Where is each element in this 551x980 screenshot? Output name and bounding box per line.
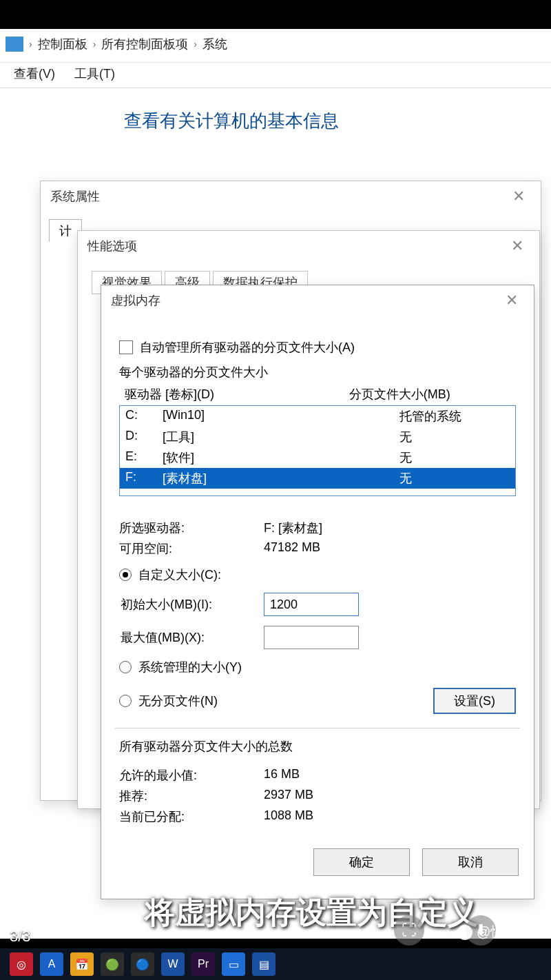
dialog-title: 虚拟内存 xyxy=(111,292,160,309)
chevron-right-icon: › xyxy=(29,39,32,50)
set-button[interactable]: 设置(S) xyxy=(433,688,516,714)
drive-page-size: 无 xyxy=(399,429,510,445)
watermark: @快乐m1 xyxy=(457,923,537,941)
selected-drive-value: F: [素材盘] xyxy=(264,520,322,536)
drive-page-size: 无 xyxy=(399,470,510,487)
max-size-input[interactable] xyxy=(264,626,359,649)
close-icon[interactable]: ✕ xyxy=(505,236,530,256)
close-icon[interactable]: ✕ xyxy=(499,291,524,310)
drive-page-size: 无 xyxy=(399,449,510,466)
menubar: 查看(V) 工具(T) xyxy=(0,63,551,88)
taskbar-app-1-icon[interactable]: ◎ xyxy=(10,952,33,976)
drive-page-size: 托管的系统 xyxy=(399,408,510,425)
scan-icon[interactable]: ⛶ xyxy=(394,915,424,946)
drive-row[interactable]: F:[素材盘]无 xyxy=(120,468,515,489)
taskbar-app-8-icon[interactable]: ▭ xyxy=(222,952,245,976)
min-allowed-label: 允许的最小值: xyxy=(119,767,264,784)
taskbar-premiere-icon[interactable]: Pr xyxy=(191,952,215,976)
drive-label: [软件] xyxy=(163,449,399,466)
system-managed-label: 系统管理的大小(Y) xyxy=(138,659,242,675)
paw-icon xyxy=(457,925,472,940)
divider xyxy=(115,728,520,728)
taskbar-chrome-2-icon[interactable]: 🔵 xyxy=(131,952,154,976)
column-drive-header: 驱动器 [卷标](D) xyxy=(121,386,349,402)
auto-manage-label: 自动管理所有驱动器的分页文件大小(A) xyxy=(140,339,355,356)
breadcrumb-item[interactable]: 系统 xyxy=(202,36,227,52)
max-size-label: 最大值(MB)(X): xyxy=(121,629,256,646)
drive-row[interactable]: E:[软件]无 xyxy=(120,447,515,468)
totals-heading: 所有驱动器分页文件大小的总数 xyxy=(119,738,516,755)
breadcrumb-item[interactable]: 所有控制面板项 xyxy=(101,36,188,52)
drive-label: [工具] xyxy=(163,429,399,445)
menu-view[interactable]: 查看(V) xyxy=(14,65,55,82)
breadcrumb-item[interactable]: 控制面板 xyxy=(38,36,87,52)
drive-row[interactable]: C:[Win10]托管的系统 xyxy=(120,406,515,427)
custom-size-label: 自定义大小(C): xyxy=(138,566,221,583)
free-space-label: 可用空间: xyxy=(119,540,264,557)
dialog-title: 系统属性 xyxy=(50,188,100,205)
ok-button[interactable]: 确定 xyxy=(313,848,410,876)
drive-listbox[interactable]: C:[Win10]托管的系统D:[工具]无E:[软件]无F:[素材盘]无 xyxy=(119,405,516,496)
chevron-right-icon: › xyxy=(194,39,197,50)
dialog-title: 性能选项 xyxy=(87,238,137,254)
chevron-right-icon: › xyxy=(93,39,96,50)
taskbar-word-icon[interactable]: W xyxy=(161,952,185,976)
virtual-memory-dialog: 虚拟内存 ✕ 自动管理所有驱动器的分页文件大小(A) 每个驱动器的分页文件大小 … xyxy=(101,285,534,899)
breadcrumb: › 控制面板 › 所有控制面板项 › 系统 xyxy=(0,29,551,63)
recommended-value: 2937 MB xyxy=(264,788,313,804)
initial-size-input[interactable] xyxy=(264,593,359,616)
drive-letter: F: xyxy=(125,470,163,487)
no-paging-file-label: 无分页文件(N) xyxy=(138,693,218,709)
per-drive-heading: 每个驱动器的分页文件大小 xyxy=(119,364,516,380)
page-indicator: 3/3 xyxy=(10,928,31,946)
drive-letter: C: xyxy=(125,408,163,425)
taskbar: ◎A📅🟢🔵WPr▭▤ xyxy=(0,948,551,980)
no-paging-file-radio[interactable] xyxy=(119,695,132,707)
taskbar-chrome-1-icon[interactable]: 🟢 xyxy=(101,952,124,976)
currently-allocated-label: 当前已分配: xyxy=(119,808,264,825)
menu-tools[interactable]: 工具(T) xyxy=(74,65,115,82)
drive-row[interactable]: D:[工具]无 xyxy=(120,427,515,447)
system-managed-radio[interactable] xyxy=(119,661,132,673)
free-space-value: 47182 MB xyxy=(264,540,320,557)
min-allowed-value: 16 MB xyxy=(264,767,300,784)
recommended-label: 推荐: xyxy=(119,788,264,804)
initial-size-label: 初始大小(MB)(I): xyxy=(121,596,256,613)
custom-size-radio[interactable] xyxy=(119,569,132,581)
taskbar-app-2-icon[interactable]: A xyxy=(40,952,63,976)
selected-drive-label: 所选驱动器: xyxy=(119,520,264,536)
cancel-button[interactable]: 取消 xyxy=(422,848,519,876)
drive-label: [Win10] xyxy=(163,408,399,425)
currently-allocated-value: 1088 MB xyxy=(264,808,313,825)
drive-letter: E: xyxy=(125,449,163,466)
close-icon[interactable]: ✕ xyxy=(506,187,531,206)
drive-letter: D: xyxy=(125,429,163,445)
column-size-header: 分页文件大小(MB) xyxy=(349,386,514,402)
drive-label: [素材盘] xyxy=(163,470,399,487)
page-title: 查看有关计算机的基本信息 xyxy=(0,88,551,145)
taskbar-app-9-icon[interactable]: ▤ xyxy=(252,952,276,976)
auto-manage-checkbox[interactable] xyxy=(119,340,133,354)
taskbar-app-3-icon[interactable]: 📅 xyxy=(70,952,94,976)
control-panel-icon xyxy=(6,37,23,52)
